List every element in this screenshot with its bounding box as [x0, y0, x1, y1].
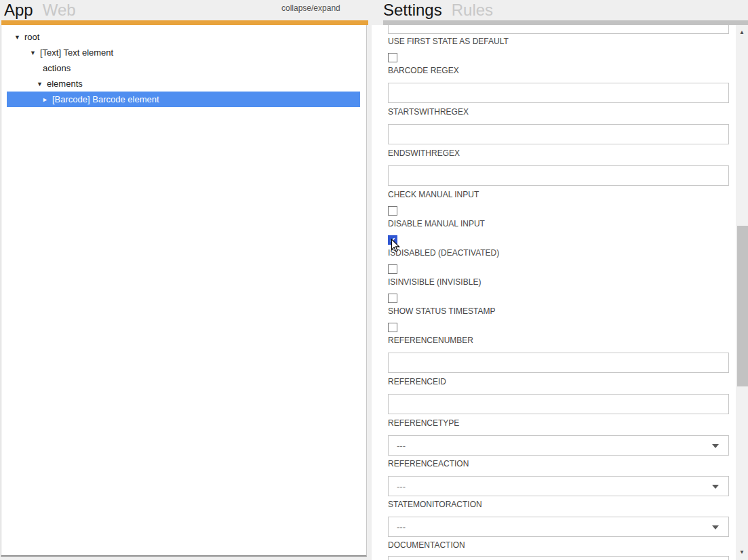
field-label-documentaction: DOCUMENTACTION — [388, 540, 465, 550]
documentaction-input[interactable] — [388, 556, 729, 560]
statemonitoraction-selected-value: --- — [389, 522, 406, 532]
referencetype-selected-value: --- — [389, 441, 406, 451]
scroll-down-icon[interactable]: ▼ — [736, 546, 748, 557]
field-label-referenceaction: REFERENCEACTION — [388, 459, 469, 468]
referenceaction-selected-value: --- — [389, 481, 406, 492]
tree-item-root[interactable]: ▼ root — [7, 29, 360, 45]
tree-item-elements[interactable]: ▼ elements — [7, 76, 360, 92]
app-window: App Web collapse/expand Settings Rules ▼… — [0, 0, 748, 560]
scroll-up-icon[interactable]: ▲ — [736, 26, 748, 37]
tree-item-label: elements — [47, 79, 83, 89]
left-tab-bar: App Web — [4, 0, 76, 20]
tree-expand-icon[interactable]: ▼ — [14, 34, 24, 41]
tree-item-label: [Text] Text element — [40, 47, 113, 58]
settings-scrollbar[interactable]: ▲ ▼ — [736, 25, 748, 560]
field-label-barcode-regex: BARCODE REGEX — [388, 66, 459, 75]
tree-expand-icon[interactable]: ▼ — [30, 49, 40, 56]
referencetype-select[interactable]: --- — [388, 435, 729, 456]
referenceid-input[interactable] — [388, 394, 729, 414]
field-label-referencetype: REFERENCETYPE — [388, 418, 459, 428]
field-label-disable-manual-input: DISABLE MANUAL INPUT — [388, 219, 485, 228]
checkbox-check-manual-input[interactable] — [388, 206, 397, 216]
checkbox-show-status-timestamp[interactable] — [388, 323, 397, 332]
startswithregex-input[interactable] — [388, 124, 729, 144]
dropdown-arrow-icon — [712, 444, 719, 448]
checkbox-use-first-state[interactable] — [388, 53, 397, 62]
field-label-startswithregex: STARTSWITHREGEX — [388, 107, 469, 117]
field-label-statemonitoraction: STATEMONITORACTION — [388, 500, 482, 509]
tab-web[interactable]: Web — [43, 0, 76, 20]
dropdown-arrow-icon — [712, 485, 719, 489]
referenceaction-select[interactable]: --- — [388, 476, 729, 496]
checkbox-isinvisible[interactable] — [388, 294, 397, 303]
tree-expand-icon[interactable]: ▼ — [37, 81, 47, 87]
field-label-referencenumber: REFERENCENUMBER — [388, 336, 473, 345]
left-tab-underline — [1, 20, 368, 25]
tree-item-actions[interactable]: actions — [7, 60, 360, 76]
scrollbar-thumb[interactable] — [737, 226, 748, 386]
referencenumber-input[interactable] — [388, 353, 729, 373]
barcode-regex-input[interactable] — [388, 83, 729, 103]
tree-item-text-element[interactable]: ▼ [Text] Text element — [7, 45, 360, 60]
field-label-isinvisible: ISINVISIBLE (INVISIBLE) — [388, 277, 481, 287]
right-tab-bar: Settings Rules — [383, 0, 493, 20]
statemonitoraction-select[interactable]: --- — [388, 517, 729, 537]
field-label-isdisabled: ISDISABLED (DEACTIVATED) — [388, 248, 499, 258]
field-label-referenceid: REFERENCEID — [388, 377, 446, 386]
field-label-endswithregex: ENDSWITHREGEX — [388, 148, 460, 158]
right-tab-underline — [383, 20, 748, 25]
checkbox-disable-manual-input[interactable] — [388, 235, 397, 245]
field-label-check-manual-input: CHECK MANUAL INPUT — [388, 190, 479, 199]
tab-settings[interactable]: Settings — [383, 0, 442, 20]
collapse-expand-link[interactable]: collapse/expand — [281, 3, 340, 13]
tree-item-label: actions — [43, 63, 71, 73]
top-partial-input[interactable] — [388, 25, 729, 34]
tab-rules[interactable]: Rules — [452, 0, 493, 20]
field-label-show-status-timestamp: SHOW STATUS TIMESTAMP — [388, 306, 495, 316]
tree-collapsed-icon[interactable]: ► — [42, 96, 52, 103]
settings-form-panel: USE FIRST STATE AS DEFAULT BARCODE REGEX… — [372, 25, 748, 560]
tree-item-label: [Barcode] Barcode element — [52, 94, 159, 104]
checkbox-isdisabled[interactable] — [388, 264, 397, 274]
field-label-use-first-state: USE FIRST STATE AS DEFAULT — [388, 37, 509, 46]
tab-app[interactable]: App — [4, 0, 33, 20]
tree-item-label: root — [24, 32, 39, 42]
dropdown-arrow-icon — [712, 525, 719, 529]
endswithregex-input[interactable] — [388, 165, 729, 186]
element-tree-panel: ▼ root ▼ [Text] Text element actions ▼ e… — [1, 25, 367, 557]
tree-item-barcode-element[interactable]: ► [Barcode] Barcode element — [7, 92, 360, 107]
